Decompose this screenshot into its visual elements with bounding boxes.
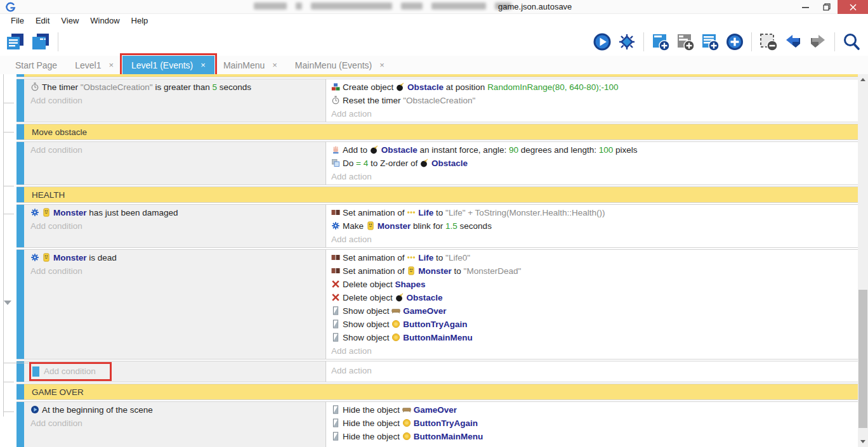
tab-close-icon[interactable]: × [379,60,385,70]
comment-text[interactable]: HEALTH [24,187,858,202]
tab-level1[interactable]: Level1× [66,56,122,74]
event-row: Monster has just been damagedAdd conditi… [16,204,858,248]
comment-text[interactable]: Move obstacle [24,124,858,139]
tab-close-icon[interactable]: × [201,60,206,70]
scene-window-icon[interactable] [30,32,51,52]
condition-line[interactable]: Monster has just been damaged [30,206,322,219]
actions-column: Create object Obstacle at position Rando… [326,79,858,122]
event-selection-bar[interactable] [16,205,24,247]
action-line[interactable]: Add to Obstacle an instant force, angle:… [331,143,854,157]
action-line[interactable]: Hide the object ButtonTryAgain [331,417,854,430]
action-line[interactable]: Hide the object GameOver [331,403,854,417]
actions-column: Add to Obstacle an instant force, angle:… [326,142,858,185]
add-action[interactable]: Add action [331,443,854,447]
tab-mainmenu[interactable]: MainMenu× [214,56,286,74]
conditions-column: Monster has just been damagedAdd conditi… [24,205,326,247]
restore-button[interactable] [816,0,838,14]
redo-icon[interactable] [808,32,828,52]
event-selection-bar[interactable] [16,402,24,447]
menu-view[interactable]: View [55,14,84,28]
action-line[interactable]: Show object ButtonMainMenu [331,331,854,344]
condition-line[interactable]: At the beginning of the scene [30,403,322,417]
add-action[interactable]: Add action [331,107,854,120]
action-line[interactable]: Reset the timer "ObstacleCreation" [331,94,854,107]
comment-text[interactable]: GAME OVER [24,384,858,399]
event-row: The timer "ObstacleCreation" is greater … [16,79,858,122]
event-selection-bar[interactable] [16,361,24,382]
add-condition[interactable]: Add condition [27,362,322,381]
gdevelop-logo-icon [5,1,16,13]
banner-icon [402,405,411,414]
event-selection-bar[interactable] [16,250,24,359]
event-selection-bar[interactable] [16,79,24,122]
add-comment-icon[interactable] [700,32,720,52]
add-condition[interactable]: Add condition [30,264,322,278]
scrollbar-thumb[interactable] [858,290,867,428]
menu-help[interactable]: Help [126,14,154,28]
action-line[interactable]: Make Monster blink for 1.5 seconds [331,219,854,233]
life-icon [407,208,416,217]
scene-start-icon [30,405,39,414]
redacted-title-text [254,3,511,11]
event-selection-bar[interactable] [16,124,24,139]
tab-start-page[interactable]: Start Page [6,56,66,74]
play-preview-icon[interactable] [592,32,612,52]
tab-level1-events[interactable]: Level1 (Events)× [122,56,214,74]
timer-icon [331,96,340,105]
action-line[interactable]: Hide the object ButtonMainMenu [331,430,854,443]
menu-window[interactable]: Window [84,14,125,28]
create-object-icon [331,82,340,91]
add-action[interactable]: Add action [331,344,854,358]
action-line[interactable]: Delete object Shapes [331,278,854,291]
action-line[interactable]: Show object GameOver [331,304,854,318]
action-line[interactable]: Show object ButtonTryAgain [331,318,854,331]
events-sheet-icon[interactable] [5,32,25,52]
tab-close-icon[interactable]: × [109,60,114,70]
monster-icon [366,221,375,230]
action-line[interactable]: Set animation of Life to "Life" + ToStri… [331,206,854,219]
event-selection-bar[interactable] [16,384,24,399]
add-action[interactable]: Add action [331,364,854,377]
undo-icon[interactable] [783,32,803,52]
menu-file[interactable]: File [5,14,30,28]
delete-event-icon[interactable] [758,32,779,52]
event-selection-bar[interactable] [16,142,24,185]
event-selection-bar[interactable] [16,74,24,77]
tree-connector [3,103,14,103]
minimize-button[interactable] [794,0,816,14]
condition-line[interactable]: Monster is dead [30,251,322,264]
action-line[interactable]: Set animation of Monster to "MonsterDead… [331,264,854,278]
add-action[interactable]: Add action [331,233,854,246]
add-action[interactable]: Add action [331,170,854,183]
event-row: Add conditionAdd action [16,361,858,382]
tree-collapse-arrow-icon[interactable] [4,301,11,305]
tab-close-icon[interactable]: × [272,60,277,70]
search-icon[interactable] [841,32,862,52]
add-subevent-icon[interactable] [675,32,695,52]
add-condition[interactable]: Add condition [30,219,322,233]
vertical-scrollbar[interactable] [858,74,868,447]
add-plus-circle-icon[interactable] [725,32,745,52]
action-line[interactable]: Create object Obstacle at position Rando… [331,81,854,94]
scroll-up-icon[interactable] [860,78,865,81]
add-condition[interactable]: Add condition [30,417,322,430]
scroll-down-icon[interactable] [860,440,865,443]
action-line[interactable]: Set animation of Life to "Life0" [331,251,854,264]
close-button[interactable] [838,0,868,14]
actions-column: Set animation of Life to "Life0"Set anim… [326,250,858,359]
action-line[interactable]: Delete object Obstacle [331,291,854,304]
bomb-icon [420,159,429,167]
action-line[interactable]: Do = 4 to Z-order of Obstacle [331,157,854,170]
gear-icon [30,208,39,217]
event-selection-bar[interactable] [16,187,24,202]
condition-line[interactable]: The timer "ObstacleCreation" is greater … [30,81,322,94]
add-event-icon[interactable] [650,32,671,52]
menu-edit[interactable]: Edit [30,14,55,28]
add-condition[interactable]: Add condition [30,94,322,107]
tab-mainmenu-events[interactable]: MainMenu (Events)× [286,56,393,74]
animation-icon [331,253,340,262]
monster-icon [42,208,51,217]
tree-connector [3,411,14,412]
debug-bug-icon[interactable] [617,32,637,52]
add-condition[interactable]: Add condition [30,143,322,157]
